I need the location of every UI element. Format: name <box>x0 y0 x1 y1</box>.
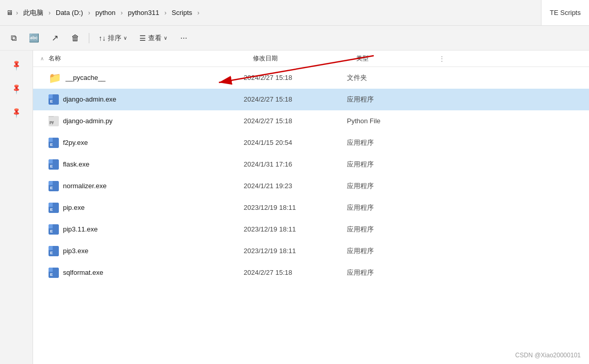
crumb-thispc[interactable]: 此电脑 <box>21 7 45 19</box>
table-row[interactable]: 📁 __pycache__ 2024/2/27 15:18 文件夹 <box>33 67 589 89</box>
file-type: 应用程序 <box>347 203 429 212</box>
svg-text:E: E <box>50 251 53 255</box>
table-row[interactable]: E sqlformat.exe 2024/2/27 15:18 应用程序 <box>33 262 589 284</box>
file-name: __pycache__ <box>66 74 105 81</box>
left-panel: 📌 📌 📌 <box>0 51 33 364</box>
toolbar: ⧉ 🔤 ↗ 🗑 ↑↓ 排序 ∨ ☰ 查看 ∨ ··· <box>0 26 589 51</box>
file-type: 应用程序 <box>347 181 429 191</box>
file-area: ∧ 名称 修改日期 类型 ⋮ 📁 __pycache__ 2024/2/27 1… <box>33 51 589 364</box>
table-row[interactable]: E pip3.exe 2023/12/19 18:11 应用程序 <box>33 240 589 262</box>
svg-text:E: E <box>50 186 53 190</box>
col-header-date[interactable]: 修改日期 <box>253 54 356 63</box>
exe-icon: E <box>49 268 59 278</box>
address-bar: 🖥 › 此电脑 › Data (D:) › python › python311… <box>0 0 589 26</box>
file-icon-cell: E pip.exe <box>37 203 244 213</box>
exe-icon: E <box>49 138 59 148</box>
copy-button[interactable]: ⧉ <box>4 29 23 47</box>
sort-chevron: ∨ <box>123 35 127 41</box>
chevron-icon-3: › <box>88 9 90 16</box>
exe-icon: E <box>49 181 59 191</box>
file-date: 2023/12/19 18:11 <box>244 225 347 233</box>
table-row[interactable]: E django-admin.exe 2024/2/27 15:18 应用程序 <box>33 89 589 110</box>
col-header-type[interactable]: 类型 <box>356 54 439 63</box>
svg-rect-6 <box>49 116 54 117</box>
file-name: pip.exe <box>63 204 85 211</box>
table-row[interactable]: E normalizer.exe 2024/1/21 19:23 应用程序 <box>33 175 589 197</box>
crumb-python[interactable]: python <box>93 8 118 18</box>
copy-icon: ⧉ <box>11 34 17 43</box>
table-row[interactable]: E pip.exe 2023/12/19 18:11 应用程序 <box>33 197 589 219</box>
file-name: django-admin.py <box>63 117 113 125</box>
file-type: 应用程序 <box>347 95 429 104</box>
file-date: 2024/2/27 15:18 <box>244 117 347 125</box>
file-name: sqlformat.exe <box>63 269 103 276</box>
svg-text:E: E <box>50 164 53 169</box>
table-row[interactable]: py django-admin.py 2024/2/27 15:18 Pytho… <box>33 110 589 132</box>
svg-marker-18 <box>49 203 53 207</box>
file-date: 2024/1/15 20:54 <box>244 139 347 146</box>
sort-label: 排序 <box>108 34 121 43</box>
file-type: Python File <box>347 117 429 125</box>
crumb-datad[interactable]: Data (D:) <box>54 8 85 18</box>
folder-icon: 📁 <box>49 72 61 84</box>
view-chevron: ∨ <box>164 35 167 41</box>
file-date: 2024/1/21 19:23 <box>244 182 347 190</box>
sort-button[interactable]: ↑↓ 排序 ∨ <box>93 29 132 47</box>
crumb-scripts[interactable]: Scripts <box>170 8 195 18</box>
svg-marker-15 <box>49 181 53 185</box>
sort-indicator: ∧ <box>37 56 46 61</box>
share-icon: ↗ <box>52 33 58 43</box>
file-name: pip3.exe <box>63 247 88 255</box>
file-icon-cell: 📁 __pycache__ <box>37 72 244 84</box>
pin-icon-3: 📌 <box>10 106 22 118</box>
svg-text:E: E <box>50 272 53 277</box>
rename-button[interactable]: 🔤 <box>25 29 43 47</box>
pin-item-2[interactable]: 📌 <box>6 78 27 99</box>
exe-icon: E <box>49 94 59 105</box>
file-date: 2024/2/27 15:18 <box>244 74 347 81</box>
exe-icon: E <box>49 246 59 256</box>
monitor-icon: 🖥 <box>6 9 13 16</box>
file-list[interactable]: 📁 __pycache__ 2024/2/27 15:18 文件夹 E djan… <box>33 67 589 364</box>
pin-icon-1: 📌 <box>10 59 22 71</box>
svg-text:E: E <box>50 229 53 234</box>
chevron-icon-5: › <box>165 9 167 16</box>
svg-marker-21 <box>49 224 53 228</box>
file-name: flask.exe <box>63 160 89 168</box>
table-row[interactable]: E f2py.exe 2024/1/15 20:54 应用程序 <box>33 132 589 154</box>
share-button[interactable]: ↗ <box>45 29 64 47</box>
col-header-name[interactable]: 名称 <box>46 54 253 63</box>
pin-icon-2: 📌 <box>10 82 22 94</box>
file-date: 2024/2/27 15:18 <box>244 269 347 276</box>
file-type: 应用程序 <box>347 225 429 234</box>
file-type: 应用程序 <box>347 246 429 256</box>
delete-button[interactable]: 🗑 <box>66 29 85 47</box>
main-content: 📌 📌 📌 ∧ 名称 修改日期 类型 <box>0 51 589 364</box>
te-scripts-label: TE Scripts <box>541 0 589 26</box>
view-button[interactable]: ☰ 查看 ∨ <box>134 29 172 47</box>
column-headers: ∧ 名称 修改日期 类型 ⋮ <box>33 51 589 67</box>
file-name: f2py.exe <box>63 139 88 146</box>
svg-text:py: py <box>50 120 54 124</box>
pin-item-3[interactable]: 📌 <box>6 102 27 123</box>
file-icon-cell: E django-admin.exe <box>37 94 244 105</box>
file-area-wrapper: ∧ 名称 修改日期 类型 ⋮ 📁 __pycache__ 2024/2/27 1… <box>33 51 589 364</box>
more-button[interactable]: ··· <box>174 29 193 47</box>
crumb-python311[interactable]: python311 <box>126 8 162 18</box>
file-icon-cell: E sqlformat.exe <box>37 268 244 278</box>
exe-icon: E <box>49 203 59 213</box>
exe-icon: E <box>49 224 59 235</box>
table-row[interactable]: E flask.exe 2024/1/31 17:16 应用程序 <box>33 154 589 175</box>
file-date: 2024/1/31 17:16 <box>244 160 347 168</box>
file-name: django-admin.exe <box>63 95 116 103</box>
file-type: 应用程序 <box>347 138 429 147</box>
col-header-more: ⋮ <box>439 55 445 62</box>
chevron-icon-4: › <box>121 9 123 16</box>
file-icon-cell: py django-admin.py <box>37 116 244 126</box>
pin-item-1[interactable]: 📌 <box>6 55 27 75</box>
svg-marker-27 <box>49 268 53 272</box>
file-type: 文件夹 <box>347 73 429 82</box>
table-row[interactable]: E pip3.11.exe 2023/12/19 18:11 应用程序 <box>33 219 589 240</box>
file-type: 应用程序 <box>347 160 429 169</box>
py-icon: py <box>49 116 59 126</box>
